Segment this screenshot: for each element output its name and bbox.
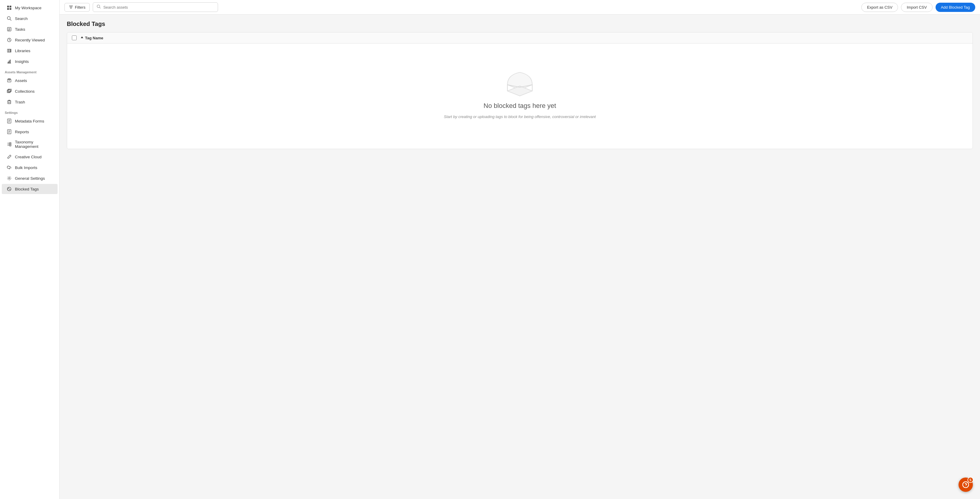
import-csv-button[interactable]: Import CSV [901, 3, 932, 12]
sidebar-label-blocked-tags: Blocked Tags [15, 187, 39, 191]
svg-rect-1 [10, 6, 11, 8]
sidebar-label-my-workspace: My Workspace [15, 6, 41, 10]
svg-rect-15 [8, 62, 9, 63]
blocked-icon [6, 186, 12, 192]
svg-point-4 [8, 17, 10, 20]
sidebar-item-assets[interactable]: Assets [2, 75, 57, 86]
sidebar-item-my-workspace[interactable]: My Workspace [2, 3, 57, 13]
sidebar-item-recently-viewed[interactable]: Recently Viewed [2, 35, 57, 45]
page-title: Blocked Tags [67, 21, 973, 27]
trash-icon [6, 99, 12, 105]
sidebar-item-collections[interactable]: Collections [2, 86, 57, 96]
main-content: Filters Export as CSV Import CSV Add Blo… [60, 0, 980, 499]
section-settings: Settings [0, 107, 59, 116]
svg-rect-2 [7, 8, 9, 10]
search-icon [97, 5, 101, 10]
search-box [93, 2, 218, 12]
export-csv-button[interactable]: Export as CSV [861, 3, 898, 12]
svg-rect-17 [10, 60, 11, 63]
sidebar-item-insights[interactable]: Insights [2, 56, 57, 67]
sidebar-item-metadata-forms[interactable]: Metadata Forms [2, 116, 57, 126]
col-tag-name[interactable]: Tag Name [80, 36, 103, 40]
grid-icon [6, 5, 12, 10]
sidebar-label-collections: Collections [15, 89, 35, 94]
help-count-badge: 5 [967, 477, 974, 483]
empty-state: No blocked tags here yet Start by creati… [67, 43, 972, 149]
sidebar: My Workspace Search Tasks [0, 0, 60, 499]
clock-icon [6, 37, 12, 43]
sidebar-label-metadata-forms: Metadata Forms [15, 119, 44, 123]
sidebar-item-reports[interactable]: Reports [2, 127, 57, 137]
section-assets-management: Assets Management [0, 67, 59, 75]
sidebar-item-bulk-imports[interactable]: Bulk Imports [2, 162, 57, 173]
sidebar-label-insights: Insights [15, 59, 29, 64]
sidebar-label-recently-viewed: Recently Viewed [15, 38, 45, 42]
filter-icon [69, 5, 73, 9]
library-icon [6, 48, 12, 53]
sidebar-label-libraries: Libraries [15, 49, 30, 53]
gear-icon [6, 176, 12, 181]
sidebar-label-search: Search [15, 16, 28, 21]
svg-marker-49 [81, 37, 83, 38]
topbar: Filters Export as CSV Import CSV Add Blo… [60, 0, 980, 14]
collections-icon [6, 89, 12, 94]
svg-point-58 [963, 482, 969, 488]
chart-icon [6, 59, 12, 64]
select-all-checkbox[interactable] [72, 35, 76, 40]
empty-box-icon [502, 67, 538, 97]
svg-rect-3 [10, 8, 11, 10]
sidebar-label-taxonomy-management: Taxonomy Management [15, 140, 53, 149]
sidebar-label-assets: Assets [15, 78, 27, 83]
search-icon [6, 16, 12, 21]
col-tag-name-label: Tag Name [85, 36, 103, 40]
svg-rect-40 [10, 145, 11, 146]
taxonomy-icon [6, 141, 12, 147]
sidebar-label-general-settings: General Settings [15, 176, 45, 181]
sidebar-label-tasks: Tasks [15, 27, 25, 32]
sidebar-item-blocked-tags[interactable]: Blocked Tags [2, 184, 57, 194]
question-mark-icon [963, 482, 969, 488]
svg-point-47 [97, 5, 100, 8]
content-area: Blocked Tags Tag Name [60, 14, 980, 499]
sidebar-item-libraries[interactable]: Libraries [2, 46, 57, 56]
svg-rect-0 [7, 6, 9, 8]
svg-rect-16 [9, 60, 10, 63]
svg-line-48 [100, 8, 101, 9]
sidebar-label-trash: Trash [15, 100, 25, 104]
sidebar-item-tasks[interactable]: Tasks [2, 24, 57, 34]
sidebar-label-creative-cloud: Creative Cloud [15, 155, 41, 159]
assets-icon [6, 78, 12, 83]
sidebar-label-reports: Reports [15, 130, 29, 134]
add-blocked-tag-button[interactable]: Add Blocked Tag [935, 3, 975, 12]
sidebar-item-taxonomy-management[interactable]: Taxonomy Management [2, 137, 57, 151]
svg-point-59 [966, 486, 966, 487]
sidebar-label-bulk-imports: Bulk Imports [15, 165, 37, 170]
filters-label: Filters [75, 5, 85, 10]
tasks-icon [6, 27, 12, 32]
svg-point-41 [9, 178, 10, 179]
blocked-tags-table: Tag Name [67, 32, 973, 149]
help-button[interactable]: 5 [959, 478, 973, 492]
sidebar-item-creative-cloud[interactable]: Creative Cloud [2, 152, 57, 162]
empty-state-title: No blocked tags here yet [484, 102, 556, 110]
pen-icon [6, 154, 12, 159]
svg-rect-13 [10, 49, 11, 52]
table-header: Tag Name [67, 32, 972, 43]
svg-rect-12 [9, 49, 10, 52]
sidebar-item-general-settings[interactable]: General Settings [2, 173, 57, 183]
svg-line-5 [10, 19, 12, 21]
report-icon [6, 129, 12, 134]
svg-line-43 [8, 188, 10, 190]
sidebar-item-search[interactable]: Search [2, 13, 57, 24]
search-input[interactable] [103, 5, 214, 10]
svg-rect-11 [8, 49, 9, 52]
svg-rect-24 [8, 101, 11, 104]
cloud-icon [6, 165, 12, 170]
empty-state-subtitle: Start by creating or uploading tags to b… [444, 114, 596, 119]
topbar-actions: Export as CSV Import CSV Add Blocked Tag [861, 3, 975, 12]
sidebar-item-trash[interactable]: Trash [2, 97, 57, 107]
sort-up-icon [80, 36, 84, 40]
filters-button[interactable]: Filters [64, 3, 90, 12]
form-icon [6, 118, 12, 124]
